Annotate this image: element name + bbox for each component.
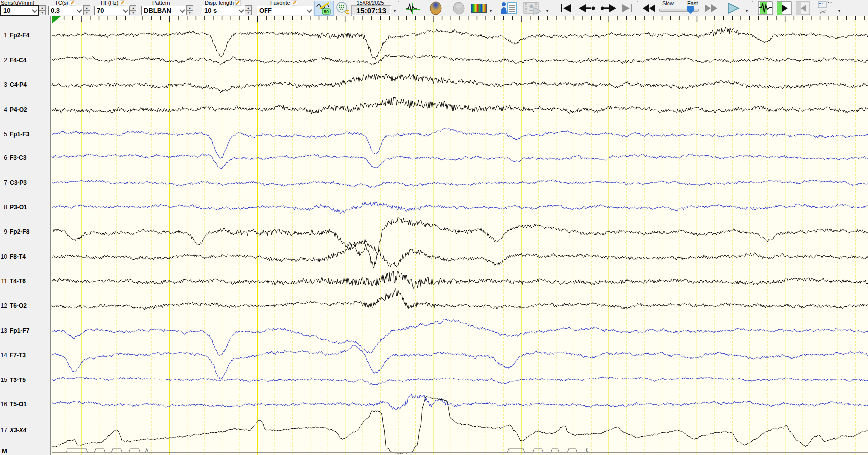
channel-row[interactable]: 10F8-T4	[0, 253, 51, 261]
channel-label: T3-T5	[10, 377, 26, 383]
separator	[721, 1, 721, 14]
channel-number: 14	[0, 352, 7, 359]
chevron-down-icon[interactable]	[122, 6, 129, 15]
pattern-combobox[interactable]: DBLBAN	[141, 6, 186, 15]
up-arrow-icon[interactable]: ▲	[130, 5, 136, 10]
chevron-down-icon[interactable]	[76, 6, 83, 15]
channel-label: F7-T3	[10, 352, 26, 359]
time-dropdown-arrow[interactable]: ▾	[392, 9, 397, 14]
fast-forward-button[interactable]	[702, 1, 720, 16]
montage-settings-button[interactable]: ⚙	[334, 1, 351, 16]
play-button[interactable]	[724, 1, 743, 16]
chevron-down-icon[interactable]	[306, 6, 313, 15]
channel-row[interactable]: 12T6-O2	[0, 302, 51, 310]
pattern-stepper[interactable]: ▲▼	[186, 5, 193, 15]
channel-row[interactable]: 4P4-O2	[0, 106, 51, 114]
dsa-dropdown-arrow[interactable]: ▾	[488, 9, 493, 14]
chevron-down-icon[interactable]	[238, 6, 245, 15]
channel-label: F4-C4	[10, 57, 26, 64]
up-arrow-icon[interactable]: ▲	[39, 5, 46, 10]
step-forward-button[interactable]	[599, 1, 619, 16]
channel-number: 9	[0, 228, 7, 235]
channel-row[interactable]: 9Fp2-F8	[0, 228, 51, 236]
skip-to-end-button[interactable]	[619, 1, 635, 16]
edit-pencil-icon[interactable]	[292, 0, 297, 6]
edit-pencil-icon[interactable]	[70, 0, 75, 6]
channel-row[interactable]: 6F3-C3	[0, 154, 51, 162]
down-arrow-icon[interactable]: ▼	[39, 10, 46, 15]
back-disabled-button[interactable]	[794, 1, 812, 16]
gear-icon: ⚙	[345, 8, 349, 15]
edit-pencil-icon[interactable]	[120, 0, 125, 6]
up-arrow-icon[interactable]: ▲	[186, 5, 193, 10]
channel-row[interactable]: 5Fp1-F3	[0, 130, 51, 138]
video-playback-button[interactable]	[521, 1, 544, 16]
amplitude-map-button[interactable]	[402, 1, 424, 16]
person-icon	[502, 2, 506, 6]
channel-row[interactable]: 8P3-O1	[0, 203, 51, 211]
separator	[637, 1, 638, 14]
channel-row[interactable]: 17X3-X4	[0, 426, 51, 434]
review-wave-button[interactable]	[756, 1, 774, 16]
notch-filter-button[interactable]: 50	[314, 1, 334, 16]
patient-info-button[interactable]	[498, 1, 520, 16]
channel-label-panel: 1Fp2-F42F4-C43C4-P44P4-O25Fp1-F36F3-C37C…	[0, 16, 51, 455]
down-arrow-icon[interactable]: ▼	[245, 10, 252, 15]
tc-label: TC(s)	[55, 0, 75, 6]
channel-row[interactable]: 15T3-T5	[0, 376, 51, 384]
video-clip-button[interactable]: ✂	[814, 1, 836, 16]
channel-row[interactable]: 7C3-P3	[0, 179, 51, 187]
chevron-down-icon[interactable]	[31, 6, 38, 15]
eeg-trace-area[interactable]	[51, 16, 868, 455]
channel-number: 1	[0, 32, 7, 39]
channel-row[interactable]: 14F7-T3	[0, 351, 51, 359]
channel-row[interactable]: 16T5-O1	[0, 400, 51, 408]
skip-to-start-button[interactable]	[558, 1, 574, 16]
channel-row[interactable]: 13Fp1-F7	[0, 327, 51, 335]
hf-label: HF(Hz)	[101, 0, 125, 6]
tc-combobox[interactable]: 0.3	[48, 6, 83, 15]
chevron-down-icon[interactable]	[179, 6, 186, 15]
rewind-button[interactable]	[640, 1, 658, 16]
sensitivity-combobox[interactable]: 10	[0, 5, 39, 16]
separator	[552, 1, 552, 14]
speed-slider-thumb[interactable]	[687, 6, 694, 14]
speed-slider[interactable]	[659, 9, 699, 12]
disp-length-combobox[interactable]: 10 s	[202, 6, 245, 15]
channel-row[interactable]: 2F4-C4	[0, 56, 51, 64]
play-mode-button[interactable]	[775, 1, 793, 16]
sensitivity-stepper[interactable]: ▲▼	[39, 5, 46, 15]
up-arrow-icon[interactable]: ▲	[83, 5, 90, 10]
play-dropdown-arrow[interactable]: ▾	[744, 9, 749, 14]
clip-dropdown-arrow[interactable]: ▾	[837, 9, 842, 14]
disp-length-value: 10 s	[202, 7, 238, 14]
up-arrow-icon[interactable]: ▲	[245, 5, 252, 10]
down-arrow-icon[interactable]: ▼	[130, 10, 136, 15]
channel-label: T6-O2	[10, 303, 27, 309]
channel-row[interactable]: 1Fp2-F4	[0, 31, 51, 39]
hf-combobox[interactable]: 70	[94, 6, 130, 15]
down-arrow-icon[interactable]: ▼	[186, 10, 193, 15]
hf-stepper[interactable]: ▲▼	[130, 5, 136, 15]
edit-pencil-icon[interactable]	[235, 0, 241, 6]
channel-row[interactable]: 3C4-P4	[0, 81, 51, 89]
step-back-button[interactable]	[576, 1, 599, 16]
dsa-trend-button[interactable]	[469, 1, 488, 16]
video-dropdown-arrow[interactable]: ▾	[545, 9, 550, 14]
channel-label: Fp1-F7	[10, 327, 29, 334]
channel-label: C4-P4	[10, 81, 27, 88]
channel-label: Fp1-F3	[10, 131, 29, 138]
separator	[398, 1, 399, 14]
tc-value: 0.3	[49, 7, 76, 14]
head-map-disabled-button[interactable]	[448, 1, 469, 16]
divider	[50, 16, 51, 455]
tc-stepper[interactable]: ▲▼	[83, 5, 90, 15]
svg-text:50: 50	[324, 9, 329, 14]
channel-number: 11	[0, 278, 7, 285]
channel-row[interactable]: 11T4-T6	[0, 277, 51, 285]
down-arrow-icon[interactable]: ▼	[83, 10, 90, 15]
favorite-combobox[interactable]: OFF	[257, 6, 313, 15]
disp-length-stepper[interactable]: ▲▼	[245, 5, 252, 15]
channel-number: 6	[0, 154, 7, 161]
head-map-3d-button[interactable]	[425, 1, 447, 16]
